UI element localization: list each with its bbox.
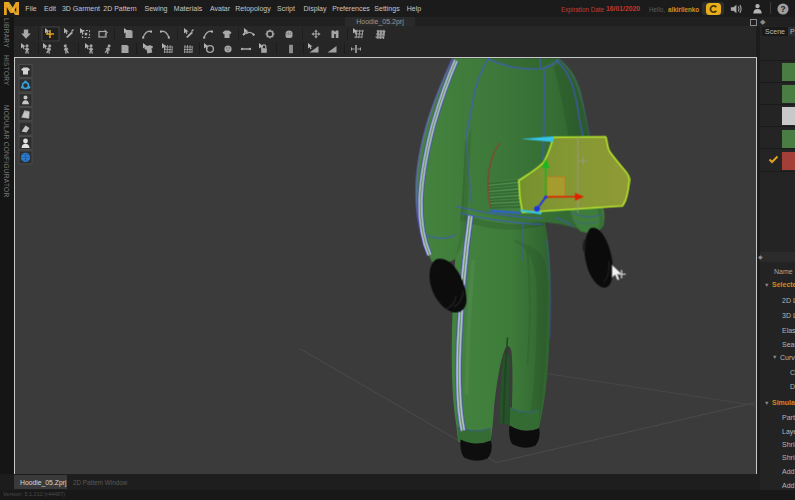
svg-text:?: ? xyxy=(780,4,785,14)
